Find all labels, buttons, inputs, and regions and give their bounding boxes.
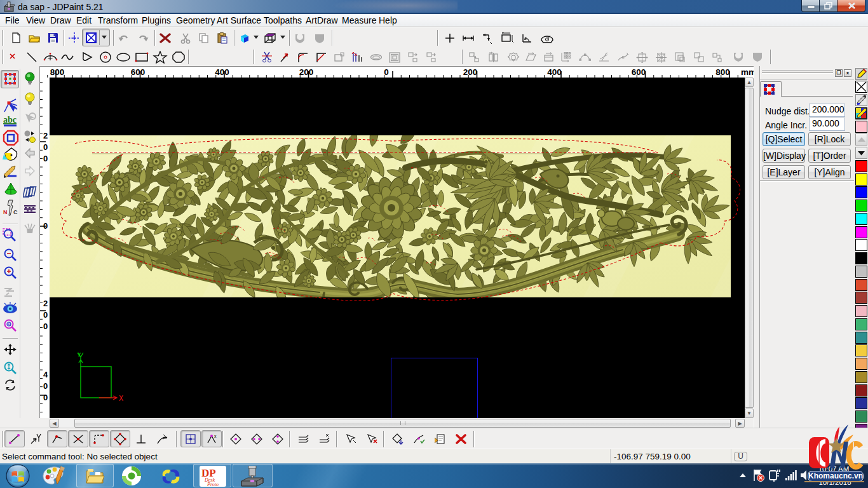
svg-text:0: 0: [43, 154, 48, 163]
svg-text:x: x: [214, 434, 217, 438]
svg-text:400: 400: [215, 67, 229, 77]
svg-text:0: 0: [43, 142, 48, 152]
svg-text:0: 0: [43, 381, 48, 391]
svg-text:X: X: [119, 395, 123, 403]
svg-text:2: 2: [43, 131, 48, 140]
svg-text:200: 200: [299, 67, 314, 77]
svg-text:0: 0: [43, 393, 48, 402]
svg-text:200: 200: [463, 67, 478, 77]
svg-text:600: 600: [131, 67, 146, 77]
svg-text:Proto: Proto: [207, 482, 219, 487]
svg-text:0: 0: [384, 67, 389, 77]
svg-text:0: 0: [43, 322, 48, 331]
svg-text:abc: abc: [3, 115, 17, 125]
svg-text:Y: Y: [77, 351, 81, 359]
svg-text:N: N: [3, 209, 8, 215]
svg-text:400: 400: [547, 67, 562, 77]
svg-text:0: 0: [43, 221, 48, 231]
svg-text:0: 0: [43, 310, 48, 320]
svg-text:800: 800: [50, 67, 65, 77]
svg-text:4: 4: [43, 370, 48, 379]
svg-text:C: C: [13, 209, 18, 215]
svg-text:600: 600: [632, 67, 646, 77]
svg-text:mm: mm: [741, 67, 754, 77]
svg-text:2: 2: [43, 299, 48, 308]
svg-text:800: 800: [715, 67, 730, 77]
